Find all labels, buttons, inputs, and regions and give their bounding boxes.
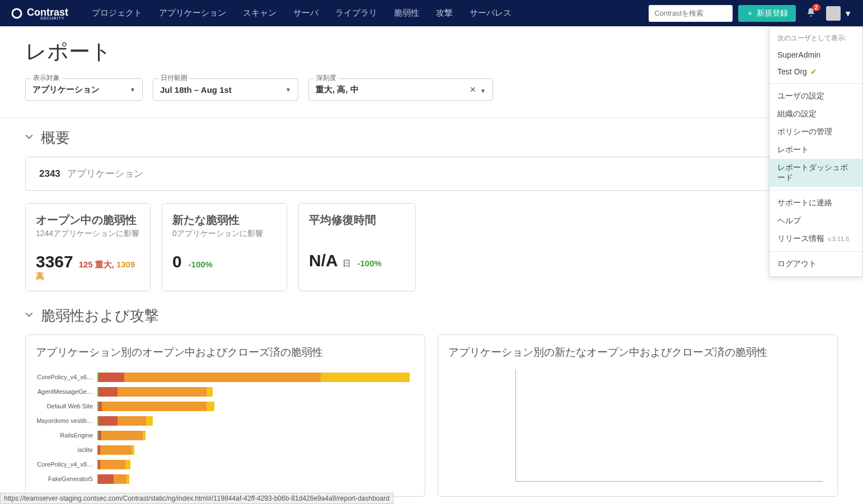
filter-target-label: 表示対象 bbox=[31, 73, 62, 83]
app-count-label: アプリケーション bbox=[67, 168, 143, 179]
dd-release[interactable]: リリース情報v.3.11.6 bbox=[770, 230, 862, 248]
bar-label: RailsEngine bbox=[36, 432, 97, 439]
main-nav: プロジェクト アプリケーション スキャン サーバ ライブラリ 脆弱性 攻撃 サー… bbox=[85, 3, 518, 23]
dd-org[interactable]: Test Org✔ bbox=[770, 63, 862, 80]
dd-user-settings[interactable]: ユーザの設定 bbox=[770, 87, 862, 105]
bar-segment bbox=[125, 460, 130, 469]
clear-icon[interactable]: × bbox=[470, 84, 476, 95]
filter-severity-value: 重大, 高, 中 bbox=[316, 84, 359, 95]
charts-row: アプリケーション別のオープン中およびクローズ済の脆弱性 CorePolicy_v… bbox=[25, 335, 838, 497]
collapse-toggle[interactable] bbox=[25, 133, 33, 143]
chart1-title: アプリケーション別のオープン中およびクローズ済の脆弱性 bbox=[36, 345, 415, 360]
chart-open-closed: アプリケーション別のオープン中およびクローズ済の脆弱性 CorePolicy_v… bbox=[25, 335, 425, 497]
card-mttr-title: 平均修復時間 bbox=[309, 213, 405, 228]
chevron-down-icon: ▼ bbox=[130, 87, 135, 93]
divider bbox=[0, 117, 863, 118]
card-mttr: 平均修復時間 N/A 日 -100% bbox=[298, 203, 416, 291]
dd-support[interactable]: サポートに連絡 bbox=[770, 194, 862, 212]
card-open-crit: 125 重大, bbox=[79, 260, 114, 269]
card-open-title: オープン中の脆弱性 bbox=[36, 213, 140, 228]
nav-libraries[interactable]: ライブラリ bbox=[329, 3, 384, 23]
notifications-button[interactable]: 2 bbox=[806, 7, 816, 19]
filter-target: 表示対象 アプリケーション ▼ bbox=[25, 78, 143, 101]
nav-scan[interactable]: スキャン bbox=[236, 3, 283, 23]
card-mttr-pct: -100% bbox=[357, 258, 381, 268]
bar-segment bbox=[100, 460, 125, 469]
dd-superadmin[interactable]: SuperAdmin bbox=[770, 46, 862, 63]
card-new-pct: -100% bbox=[189, 260, 213, 269]
bar-segment bbox=[102, 402, 207, 411]
bar-label: Default Web Site bbox=[36, 403, 97, 409]
card-open-vulns: オープン中の脆弱性 1244アプリケーションに影響 3367 125 重大, 1… bbox=[25, 203, 151, 291]
dd-policy[interactable]: ポリシーの管理 bbox=[770, 123, 862, 141]
bar-label: AgentMessageGe… bbox=[36, 388, 97, 395]
bar-label: Mayordomo vestib… bbox=[36, 417, 97, 424]
section-overview-head: 概要 bbox=[25, 128, 838, 148]
bar-row: AgentMessageGe… bbox=[36, 384, 415, 399]
nav-attacks[interactable]: 攻撃 bbox=[429, 3, 459, 23]
bar-segment bbox=[321, 373, 410, 382]
brand-sub: SECURITY bbox=[40, 16, 68, 20]
plus-icon: ＋ bbox=[746, 8, 754, 18]
section-vulns-head: 脆弱性および攻撃 bbox=[25, 306, 838, 326]
bar-segment bbox=[114, 474, 126, 484]
nav-serverless[interactable]: サーバレス bbox=[463, 3, 518, 23]
filter-range: 日付範囲 Jul 18th – Aug 1st ▼ bbox=[153, 78, 298, 101]
section-vulns-title: 脆弱性および攻撃 bbox=[41, 306, 159, 326]
app-count: 2343 bbox=[39, 168, 60, 179]
new-button[interactable]: ＋新規登録 bbox=[738, 5, 796, 22]
dd-org-settings[interactable]: 組織の設定 bbox=[770, 105, 862, 123]
status-bar-url: https://teamserver-staging.contsec.com/C… bbox=[0, 493, 393, 504]
user-menu-toggle[interactable]: ▼ bbox=[844, 9, 852, 18]
bar-track bbox=[97, 387, 415, 397]
svg-point-0 bbox=[12, 9, 21, 18]
chart-new-open-closed: アプリケーション別の新たなオープン中およびクローズ済の脆弱性 bbox=[438, 335, 838, 497]
bar-segment bbox=[118, 387, 207, 397]
card-new-vulns: 新たな脆弱性 0アプリケーションに影響 0 -100% bbox=[162, 203, 287, 291]
chevron-down-icon: ▼ bbox=[285, 87, 291, 93]
chevron-down-icon bbox=[25, 133, 33, 141]
collapse-toggle[interactable] bbox=[25, 311, 33, 321]
bar-segment bbox=[146, 416, 152, 426]
chart2-empty bbox=[515, 370, 823, 482]
stat-cards: オープン中の脆弱性 1244アプリケーションに影響 3367 125 重大, 1… bbox=[25, 203, 838, 291]
nav-projects[interactable]: プロジェクト bbox=[85, 3, 149, 23]
bar-segment bbox=[98, 474, 114, 484]
brand-logo[interactable]: Contrast SECURITY bbox=[11, 7, 68, 20]
bar-row: RailsEngine bbox=[36, 428, 415, 442]
dd-org-label: Test Org bbox=[777, 67, 807, 76]
search-input[interactable] bbox=[649, 5, 733, 22]
filter-target-value: アプリケーション bbox=[32, 84, 100, 95]
bar-label: CorePolicy_v4_x8… bbox=[36, 461, 97, 468]
bar-track bbox=[97, 445, 415, 455]
bar-row: Mayordomo vestib… bbox=[36, 413, 415, 428]
dd-help[interactable]: ヘルプ bbox=[770, 212, 862, 230]
bar-track bbox=[97, 373, 415, 382]
avatar[interactable] bbox=[826, 6, 841, 21]
bar-segment bbox=[99, 387, 118, 397]
nav-vulns[interactable]: 脆弱性 bbox=[387, 3, 426, 23]
section-overview-title: 概要 bbox=[41, 128, 70, 148]
bar-segment bbox=[207, 387, 213, 397]
bar-row: isclite bbox=[36, 442, 415, 457]
card-open-big: 3367 bbox=[36, 252, 73, 271]
dd-logout[interactable]: ログアウト bbox=[770, 255, 862, 273]
dd-release-ver: v.3.11.6 bbox=[828, 235, 849, 242]
dd-reports[interactable]: レポート bbox=[770, 141, 862, 159]
notif-badge: 2 bbox=[812, 4, 821, 11]
nav-applications[interactable]: アプリケーション bbox=[152, 3, 233, 23]
bar-label: FakeGenerator5 bbox=[36, 475, 97, 482]
filter-range-value: Jul 18th – Aug 1st bbox=[160, 85, 232, 95]
bar-track bbox=[97, 431, 415, 440]
bar-segment bbox=[132, 445, 134, 455]
bar-track bbox=[97, 402, 415, 411]
bar-track bbox=[97, 474, 415, 484]
filter-severity: 深刻度 重大, 高, 中 ×▼ bbox=[308, 78, 493, 101]
bar-track bbox=[97, 416, 415, 426]
nav-servers[interactable]: サーバ bbox=[287, 3, 325, 23]
filter-severity-label: 深刻度 bbox=[314, 73, 339, 83]
bar-segment bbox=[99, 373, 124, 382]
card-new-sub: 0アプリケーションに影響 bbox=[172, 229, 276, 239]
dd-report-dashboard[interactable]: レポートダッシュボード bbox=[770, 159, 862, 187]
chart2-title: アプリケーション別の新たなオープン中およびクローズ済の脆弱性 bbox=[448, 345, 827, 360]
